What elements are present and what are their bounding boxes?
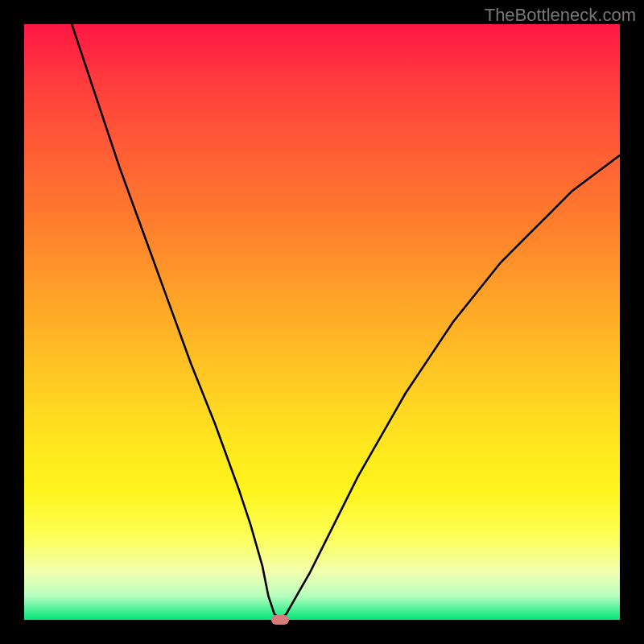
chart-plot-area <box>24 24 620 620</box>
bottleneck-curve-svg <box>24 24 620 620</box>
optimal-point-marker <box>271 615 289 625</box>
bottleneck-curve-path <box>72 24 620 620</box>
watermark-text: TheBottleneck.com <box>485 5 636 26</box>
